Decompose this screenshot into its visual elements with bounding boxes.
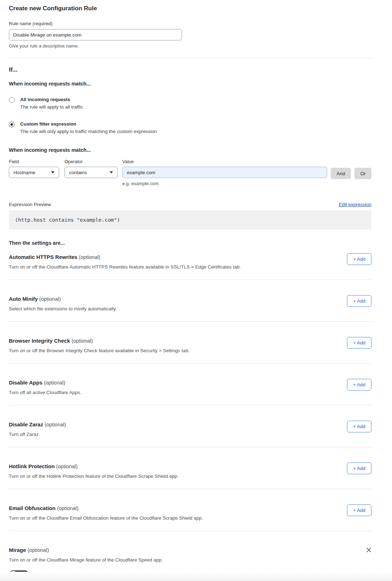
next-section-edge xyxy=(0,572,392,581)
setting-optional: (optional) xyxy=(39,296,61,302)
chevron-down-icon xyxy=(110,171,113,173)
rule-name-group: Rule name (required) Give your rule a de… xyxy=(9,21,371,49)
add-setting-button[interactable]: + Add xyxy=(347,337,371,349)
add-setting-button[interactable]: + Add xyxy=(347,379,371,391)
operator-select[interactable]: contains xyxy=(65,167,118,178)
setting-optional: (optional) xyxy=(56,464,77,469)
value-input[interactable] xyxy=(122,167,327,178)
operator-select-value: contains xyxy=(69,170,87,175)
setting-title: Auto Minify xyxy=(9,296,38,302)
radio-all-incoming-requests[interactable]: All incoming requests The rule will appl… xyxy=(9,97,371,110)
setting-description: Turn off Zaraz. xyxy=(9,432,66,437)
setting-description: Turn on or off the Cloudflare Email Obfu… xyxy=(9,515,203,521)
field-select[interactable]: Hostname xyxy=(9,167,59,178)
setting-title: Disable Apps xyxy=(9,380,42,386)
value-label: Value xyxy=(122,159,327,164)
setting-description: Turn off all active Cloudflare Apps. xyxy=(9,390,82,395)
value-helper: e.g. example.com xyxy=(122,181,327,186)
match-heading: When incoming requests match... xyxy=(9,81,371,87)
setting-description: Turn on or off the Hotlink Protection fe… xyxy=(9,474,179,479)
setting-section: Auto Minify (optional) Select which file… xyxy=(9,280,371,322)
expression-preview-label: Expression Preview xyxy=(9,202,51,207)
setting-description: Turn on or off the Cloudflare Automatic … xyxy=(9,264,241,270)
setting-title: Disable Zaraz xyxy=(9,421,43,427)
setting-section: Disable Zaraz (optional) Turn off Zaraz.… xyxy=(9,405,371,447)
mirage-optional: (optional) xyxy=(28,547,49,553)
setting-title: Email Obfuscation xyxy=(9,505,56,511)
setting-section: Automatic HTTPS Rewrites (optional) Turn… xyxy=(9,246,371,280)
settings-list: Automatic HTTPS Rewrites (optional) Turn… xyxy=(9,246,371,531)
setting-title: Automatic HTTPS Rewrites xyxy=(9,254,77,260)
edit-expression-link[interactable]: Edit expression xyxy=(339,202,371,207)
chevron-down-icon xyxy=(51,171,55,173)
setting-section: Disable Apps (optional) Turn off all act… xyxy=(9,364,371,405)
radio-icon[interactable] xyxy=(9,97,15,103)
setting-section: Browser Integrity Check (optional) Turn … xyxy=(9,322,371,364)
field-label: Field xyxy=(9,159,59,164)
expression-preview-header: Expression Preview Edit expression xyxy=(9,202,371,207)
setting-description: Turn on or off the Browser Integrity Che… xyxy=(9,348,190,353)
add-setting-button[interactable]: + Add xyxy=(347,253,371,265)
add-setting-button[interactable]: + Add xyxy=(347,295,371,307)
if-heading: If... xyxy=(9,66,371,73)
add-setting-button[interactable]: + Add xyxy=(347,504,371,516)
close-icon[interactable] xyxy=(366,547,371,553)
add-setting-button[interactable]: + Add xyxy=(347,421,371,432)
rule-name-helper: Give your rule a descriptive name. xyxy=(9,43,371,49)
expression-preview-code: (http.host contains "example.com") xyxy=(9,210,371,229)
setting-description: Select which file extensions to minify a… xyxy=(9,306,117,311)
radio-description: The rule will only apply to traffic matc… xyxy=(20,129,157,134)
mirage-description: Turn on or off the Cloudflare Mirage fea… xyxy=(9,557,371,563)
or-button[interactable]: Or xyxy=(354,168,371,179)
setting-optional: (optional) xyxy=(79,254,100,260)
rule-name-label: Rule name (required) xyxy=(9,21,371,26)
operator-label: Operator xyxy=(65,159,118,164)
setting-section: Email Obfuscation (optional) Turn on or … xyxy=(9,489,371,531)
setting-optional: (optional) xyxy=(72,338,93,344)
and-button[interactable]: And xyxy=(331,168,351,179)
setting-section: Hotlink Protection (optional) Turn on or… xyxy=(9,447,371,489)
create-configuration-rule-form: Create new Configuration Rule Rule name … xyxy=(0,0,392,580)
builder-heading: When incoming requests match... xyxy=(9,147,371,153)
radio-custom-filter-expression[interactable]: Custom filter expression The rule will o… xyxy=(9,121,371,134)
radio-description: The rule will apply to all traffic xyxy=(20,104,83,110)
mirage-title: Mirage xyxy=(9,547,26,553)
setting-title: Hotlink Protection xyxy=(9,463,55,469)
field-select-value: Hostname xyxy=(13,170,35,175)
page-title: Create new Configuration Rule xyxy=(9,5,371,12)
rule-name-input[interactable] xyxy=(9,29,182,40)
radio-icon[interactable] xyxy=(9,122,15,127)
setting-optional: (optional) xyxy=(44,380,65,386)
setting-optional: (optional) xyxy=(57,505,78,511)
divider xyxy=(9,58,371,58)
settings-heading: Then the settings are... xyxy=(9,240,371,246)
radio-label: All incoming requests xyxy=(20,97,83,102)
add-setting-button[interactable]: + Add xyxy=(347,463,371,474)
setting-title: Browser Integrity Check xyxy=(9,338,70,344)
setting-optional: (optional) xyxy=(45,422,66,427)
radio-label: Custom filter expression xyxy=(20,121,157,127)
expression-builder-row: Field Hostname Operator contains Value e… xyxy=(9,159,371,186)
